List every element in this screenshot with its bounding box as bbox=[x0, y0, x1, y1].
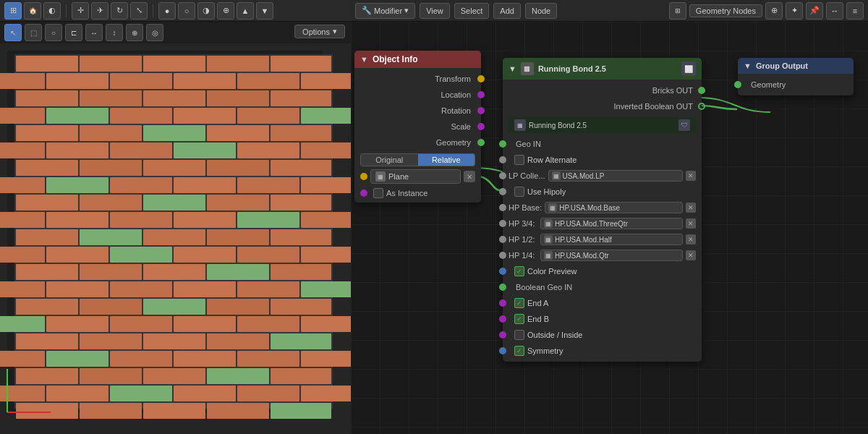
svg-rect-115 bbox=[46, 386, 109, 401]
svg-rect-121 bbox=[80, 403, 142, 419]
scale-socket[interactable] bbox=[477, 123, 485, 130]
box-select-btn[interactable]: ⬚ bbox=[25, 24, 42, 41]
svg-rect-69 bbox=[271, 229, 331, 245]
as-instance-socket[interactable] bbox=[360, 190, 367, 197]
viewport-shading-btn[interactable]: ◐ bbox=[43, 2, 61, 20]
hp-12-dropdown[interactable]: ▦ HP.USA.Mod.Half bbox=[540, 234, 683, 245]
editor-type-btn[interactable]: ⊞ bbox=[4, 2, 22, 20]
rotation-socket[interactable] bbox=[477, 107, 485, 114]
modifier-dropdown[interactable]: 🔧 Modifier ▾ bbox=[355, 3, 415, 19]
viewport-3d[interactable]: ↖ ⬚ ○ ⊏ ↔ ↕ ⊕ ◎ Options ▾ ‹ bbox=[0, 22, 351, 434]
hp-14-icon: ▦ bbox=[544, 251, 553, 260]
scene-btn[interactable]: 🏠 bbox=[24, 2, 41, 20]
row-alt-socket[interactable] bbox=[499, 156, 506, 163]
lp-colle-socket[interactable] bbox=[499, 172, 506, 179]
hp-12-remove-btn[interactable]: ✕ bbox=[686, 234, 696, 244]
rb-inner-shield[interactable]: 🛡 bbox=[678, 119, 690, 131]
zoom-btn[interactable]: ↔ bbox=[826, 2, 843, 20]
texture-btn[interactable]: ⊕ bbox=[217, 2, 234, 20]
bricks-out-socket[interactable] bbox=[698, 87, 705, 94]
add-btn[interactable]: Add bbox=[493, 3, 521, 19]
use-hipoly-socket[interactable] bbox=[499, 188, 506, 195]
sphere-btn[interactable]: ● bbox=[158, 2, 176, 20]
row-alternate-checkbox[interactable] bbox=[514, 155, 524, 165]
geometry-out-socket[interactable] bbox=[477, 139, 485, 146]
plane-socket[interactable] bbox=[360, 173, 367, 180]
bool-geo-in-socket[interactable] bbox=[499, 284, 506, 291]
symmetry-socket[interactable] bbox=[499, 347, 506, 354]
gizmo-btn[interactable]: ✦ bbox=[786, 2, 803, 20]
node-btn[interactable]: Node bbox=[525, 3, 557, 19]
rb-export-icon[interactable]: ⬜ bbox=[681, 61, 696, 76]
options-dropdown[interactable]: Options ▾ bbox=[294, 25, 345, 38]
select-mode-btn[interactable]: ↖ bbox=[4, 24, 22, 41]
proportional-btn[interactable]: ◎ bbox=[146, 24, 163, 41]
rotate-btn[interactable]: ↻ bbox=[111, 2, 128, 20]
as-instance-checkbox[interactable] bbox=[373, 188, 383, 198]
xform2-btn[interactable]: ↕ bbox=[106, 24, 123, 41]
svg-rect-77 bbox=[80, 264, 142, 280]
outside-inside-checkbox[interactable] bbox=[514, 330, 524, 340]
select-btn[interactable]: Select bbox=[454, 3, 490, 19]
svg-rect-103 bbox=[0, 351, 45, 367]
hp-12-socket[interactable] bbox=[499, 236, 506, 243]
location-socket[interactable] bbox=[477, 91, 485, 98]
node-type-icon[interactable]: ⊞ bbox=[669, 2, 686, 20]
hp-base-label: HP Base: bbox=[509, 203, 542, 212]
group-output-node[interactable]: ▼ Group Output Geometry bbox=[738, 58, 854, 95]
end-b-checkbox[interactable]: ✓ bbox=[514, 314, 524, 324]
group-out-collapse: ▼ bbox=[744, 61, 752, 70]
use-hipoly-checkbox[interactable] bbox=[514, 187, 524, 197]
cursor-btn[interactable]: ✛ bbox=[72, 2, 89, 20]
end-a-checkbox[interactable]: ✓ bbox=[514, 298, 524, 308]
outside-inside-socket[interactable] bbox=[499, 331, 506, 339]
rb-inner-icon: ▦ bbox=[514, 119, 526, 131]
sidebar-toggle[interactable]: ≡ bbox=[846, 2, 864, 20]
running-bond-node[interactable]: ▼ ▦ Running Bond 2.5 ⬜ Bricks OUT Invert… bbox=[503, 58, 702, 362]
circle-select-btn[interactable]: ○ bbox=[45, 24, 62, 41]
hp-14-dropdown[interactable]: ▦ HP.USA.Mod.Qtr bbox=[540, 250, 683, 261]
overlay-btn[interactable]: ⊕ bbox=[765, 2, 783, 20]
lp-colle-dropdown[interactable]: ▦ USA.Mod.LP bbox=[548, 170, 683, 182]
relative-toggle-btn[interactable]: Relative bbox=[418, 154, 475, 166]
view-btn[interactable]: View bbox=[420, 3, 450, 19]
transform-socket[interactable] bbox=[477, 75, 485, 82]
original-toggle-btn[interactable]: Original bbox=[361, 154, 418, 166]
color-preview-socket[interactable] bbox=[499, 268, 506, 275]
hp-base-socket[interactable] bbox=[499, 204, 506, 211]
xform1-btn[interactable]: ↔ bbox=[85, 24, 103, 41]
hp-base-dropdown[interactable]: ▦ HP.USA.Mod.Base bbox=[545, 202, 683, 213]
symmetry-checkbox[interactable]: ✓ bbox=[514, 346, 524, 356]
svg-rect-37 bbox=[0, 142, 45, 158]
solid-btn[interactable]: ◑ bbox=[197, 2, 215, 20]
lp-remove-btn[interactable]: ✕ bbox=[686, 171, 696, 181]
viewport-header: ↖ ⬚ ○ ⊏ ↔ ↕ ⊕ ◎ Options ▾ bbox=[0, 22, 351, 43]
svg-rect-39 bbox=[110, 142, 172, 158]
go-geometry-socket[interactable] bbox=[734, 81, 741, 88]
material-btn[interactable]: ▲ bbox=[237, 2, 254, 20]
hp-14-remove-btn[interactable]: ✕ bbox=[686, 250, 696, 260]
object-info-node[interactable]: ▼ Object Info Transform Location Rotatio… bbox=[354, 51, 481, 203]
end-a-socket[interactable] bbox=[499, 299, 506, 307]
pin-btn[interactable]: 📌 bbox=[806, 2, 823, 20]
render-btn[interactable]: ▼ bbox=[256, 2, 273, 20]
hp-14-socket[interactable] bbox=[499, 252, 506, 259]
hp-34-remove-btn[interactable]: ✕ bbox=[686, 218, 696, 229]
plane-remove-btn[interactable]: ✕ bbox=[464, 171, 475, 182]
end-b-socket[interactable] bbox=[499, 315, 506, 323]
hp-34-socket[interactable] bbox=[499, 220, 506, 227]
outside-inside-label: Outside / Inside bbox=[527, 331, 582, 339]
inv-bool-socket[interactable] bbox=[698, 103, 705, 110]
scale-btn[interactable]: ⤡ bbox=[130, 2, 148, 20]
geo-in-socket[interactable] bbox=[499, 140, 506, 148]
lasso-select-btn[interactable]: ⊏ bbox=[65, 24, 82, 41]
color-preview-checkbox[interactable]: ✓ bbox=[514, 266, 524, 276]
hp-34-dropdown[interactable]: ▦ HP.USA.Mod.ThreeQtr bbox=[540, 218, 683, 229]
node-editor[interactable]: ▼ Object Info Transform Location Rotatio… bbox=[351, 22, 868, 434]
wire-btn[interactable]: ○ bbox=[178, 2, 195, 20]
orig-rel-toggle[interactable]: Original Relative bbox=[360, 153, 475, 166]
snap-btn[interactable]: ⊕ bbox=[126, 24, 143, 41]
move-btn[interactable]: ✈ bbox=[91, 2, 109, 20]
hp-base-remove-btn[interactable]: ✕ bbox=[686, 203, 696, 213]
plane-dropdown[interactable]: ▦ Plane bbox=[370, 169, 461, 184]
